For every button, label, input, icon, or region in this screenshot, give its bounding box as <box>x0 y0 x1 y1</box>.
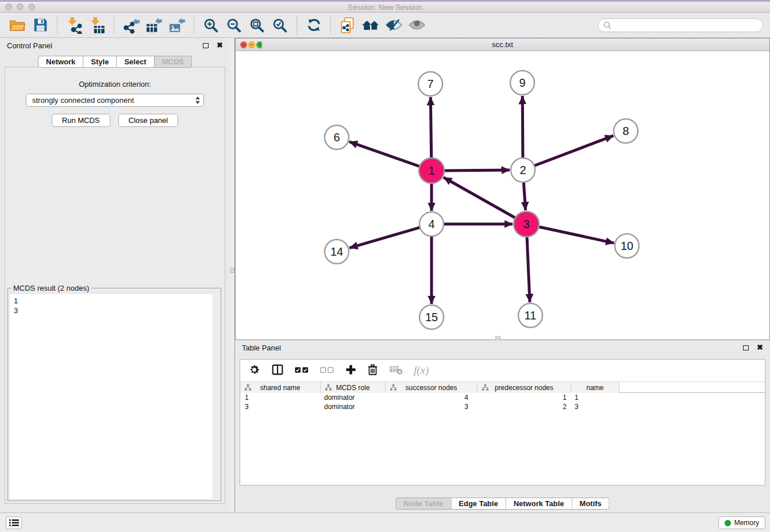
add-column-button[interactable] <box>345 364 356 377</box>
first-neighbors-button[interactable] <box>359 16 382 35</box>
table-cell[interactable]: 3 <box>386 402 478 411</box>
zoom-out-button[interactable] <box>222 16 245 35</box>
graph-node-7[interactable]: 7 <box>418 72 442 96</box>
result-scrollbar[interactable] <box>213 294 219 499</box>
select-all-columns-button[interactable] <box>295 365 309 376</box>
copy-network-button[interactable] <box>336 16 359 35</box>
table-cell[interactable]: 1 <box>478 393 571 402</box>
graph-edge-1-2[interactable] <box>444 170 510 171</box>
select-stepper-icon <box>195 97 200 104</box>
table-cell[interactable]: 3 <box>240 402 321 411</box>
graph-node-2[interactable]: 2 <box>511 158 535 182</box>
table-cell[interactable]: 1 <box>240 393 321 402</box>
close-panel-icon[interactable]: ✖ <box>217 43 223 48</box>
float-panel-icon[interactable] <box>203 43 209 48</box>
import-table-button[interactable] <box>86 16 109 35</box>
table-header: shared nameMCDS rolesuccessor nodesprede… <box>240 381 765 393</box>
graph-edge-2-3[interactable] <box>523 182 525 210</box>
table-row[interactable]: 1dominator411 <box>240 393 765 402</box>
memory-status-icon <box>725 520 731 526</box>
delete-column-button[interactable] <box>367 364 378 378</box>
close-panel-button[interactable]: Close panel <box>118 114 179 127</box>
graph-edge-2-9[interactable] <box>522 96 523 158</box>
run-mcds-button[interactable]: Run MCDS <box>52 114 110 127</box>
window-titlebar: Session: New Session <box>0 0 770 13</box>
tab-style[interactable]: Style <box>83 56 117 68</box>
column-header-MCDS-role[interactable]: MCDS role <box>321 382 386 393</box>
tab-mcds[interactable]: MCDS <box>155 56 192 68</box>
table-cell[interactable]: dominator <box>321 402 386 411</box>
export-network-button[interactable] <box>120 16 143 35</box>
table-row[interactable]: 3dominator323 <box>240 402 765 411</box>
column-header-shared-name[interactable]: shared name <box>240 382 321 393</box>
graph-node-10[interactable]: 10 <box>615 234 639 258</box>
tab-network[interactable]: Network <box>38 56 83 68</box>
table-cell[interactable]: 4 <box>386 393 478 402</box>
splitter-grip[interactable] <box>230 268 234 273</box>
criterion-select[interactable]: strongly connected component <box>26 94 204 107</box>
graph-edge-3-11[interactable] <box>527 237 530 302</box>
vertical-splitter[interactable] <box>230 38 235 512</box>
export-image-button[interactable] <box>165 16 188 35</box>
search-box[interactable] <box>598 18 763 32</box>
import-network-icon <box>66 17 83 34</box>
task-history-button[interactable] <box>6 516 22 529</box>
close-table-panel-icon[interactable]: ✖ <box>757 345 763 350</box>
memory-button[interactable]: Memory <box>718 516 765 529</box>
column-header-name[interactable]: name <box>571 382 619 393</box>
svg-text:11: 11 <box>525 309 537 322</box>
two-houses-icon <box>361 18 380 33</box>
graph-node-6[interactable]: 6 <box>325 125 349 149</box>
graph-edge-3-10[interactable] <box>539 227 614 243</box>
tab-edge-table[interactable]: Edge Table <box>451 498 506 510</box>
delete-table-icon <box>389 365 403 375</box>
graph-node-1[interactable]: 1 <box>419 158 444 183</box>
table-cell[interactable]: 1 <box>571 393 619 402</box>
export-table-button[interactable] <box>143 16 165 35</box>
show-all-button[interactable] <box>405 16 428 35</box>
mcds-result-box[interactable]: 13 <box>10 294 219 499</box>
tab-node-table[interactable]: Node Table <box>395 498 451 510</box>
zoom-in-button[interactable] <box>199 16 222 35</box>
delete-table-button[interactable] <box>389 365 403 377</box>
mcds-tab-content: Optimization criterion: strongly connect… <box>5 67 225 504</box>
equation-editor-button[interactable]: f(x) <box>414 364 429 377</box>
network-canvas[interactable]: 7968124314101511 <box>236 51 769 340</box>
graph-node-4[interactable]: 4 <box>419 212 444 236</box>
graph-edge-1-6[interactable] <box>349 142 420 167</box>
network-graph[interactable]: 7968124314101511 <box>236 51 769 340</box>
graph-node-14[interactable]: 14 <box>325 240 349 264</box>
refresh-view-button[interactable] <box>302 16 325 35</box>
graph-edge-2-8[interactable] <box>534 136 614 165</box>
column-header-predecessor-nodes[interactable]: predecessor nodes <box>478 382 571 393</box>
save-session-button[interactable] <box>29 16 52 35</box>
graph-node-9[interactable]: 9 <box>510 71 534 95</box>
graph-node-3[interactable]: 3 <box>514 211 539 237</box>
import-network-button[interactable] <box>63 16 86 35</box>
table-cell[interactable]: dominator <box>321 393 386 402</box>
table-cell[interactable]: 2 <box>478 402 571 411</box>
graph-node-15[interactable]: 15 <box>419 305 444 329</box>
horizontal-splitter-grip[interactable] <box>495 336 500 340</box>
column-settings-button[interactable] <box>248 364 260 378</box>
open-session-button[interactable] <box>6 16 29 35</box>
tab-motifs[interactable]: Motifs <box>572 498 610 510</box>
graph-node-8[interactable]: 8 <box>614 119 638 143</box>
float-table-panel-icon[interactable] <box>743 345 749 350</box>
zoom-selected-button[interactable] <box>268 16 291 35</box>
search-input[interactable] <box>614 20 763 30</box>
table-cell[interactable]: 3 <box>571 402 619 411</box>
zoom-fit-button[interactable] <box>245 16 268 35</box>
tab-network-table[interactable]: Network Table <box>506 498 572 510</box>
control-panel-tabs: NetworkStyleSelectMCDS <box>38 56 192 68</box>
graph-edge-4-14[interactable] <box>349 228 420 248</box>
deselect-all-columns-button[interactable] <box>320 365 334 376</box>
toolbar-separator <box>330 17 331 34</box>
graph-edge-1-7[interactable] <box>430 97 431 158</box>
tab-select[interactable]: Select <box>117 56 154 68</box>
graph-edge-3-1[interactable] <box>444 178 515 218</box>
column-header-successor-nodes[interactable]: successor nodes <box>386 382 478 393</box>
hide-selected-button[interactable] <box>382 16 405 35</box>
graph-node-11[interactable]: 11 <box>518 303 542 327</box>
split-panel-button[interactable] <box>271 364 284 378</box>
